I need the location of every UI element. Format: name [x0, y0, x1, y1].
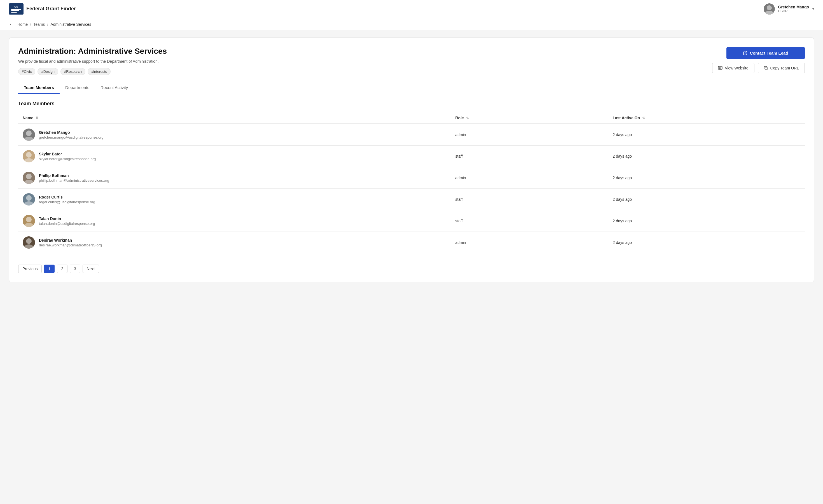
contact-team-lead-label: Contact Team Lead: [750, 51, 788, 55]
logo-stripes: [11, 9, 21, 13]
user-info: Gretchen Mango USDR: [778, 5, 809, 13]
user-name: Gretchen Mango: [778, 5, 809, 9]
member-info-5: Desirae Workman desirae.workman@climateo…: [23, 236, 447, 248]
team-title: Administration: Administrative Services: [18, 47, 712, 56]
app-name: Federal Grant Finder: [26, 6, 76, 12]
member-avatar-3: [23, 193, 35, 205]
member-email-0: gretchen.mango@usdigitalresponse.org: [39, 135, 104, 139]
logo-stripe-2: [11, 10, 19, 11]
col-role-header[interactable]: Role ⇅: [451, 112, 608, 124]
contact-team-lead-button[interactable]: Contact Team Lead: [726, 47, 805, 59]
logo-box: US: [9, 3, 23, 15]
member-role-5: admin: [456, 240, 466, 245]
copy-team-url-label: Copy Team URL: [770, 66, 799, 70]
member-role-cell-5: admin: [451, 232, 608, 254]
table-row: Gretchen Mango gretchen.mango@usdigitalr…: [18, 124, 805, 146]
member-info-0: Gretchen Mango gretchen.mango@usdigitalr…: [23, 129, 447, 141]
secondary-actions: View Website Copy Team URL: [712, 63, 805, 73]
team-description: We provide fiscal and administrative sup…: [18, 59, 712, 63]
member-last-active-1: 2 days ago: [613, 154, 632, 158]
member-avatar-4: [23, 215, 35, 227]
member-email-2: phillip.bothman@administrativeservices.o…: [39, 178, 109, 183]
member-details-2: Phillip Bothman phillip.bothman@administ…: [39, 173, 109, 183]
member-name-text-2: Phillip Bothman: [39, 173, 109, 178]
member-last-active-cell-1: 2 days ago: [608, 146, 805, 167]
tag-design: #Design: [37, 68, 58, 75]
member-role-cell-0: admin: [451, 124, 608, 146]
member-email-3: roger.curtis@usdigitalresponse.org: [39, 200, 95, 204]
external-link-icon: [743, 51, 748, 55]
avatar: [764, 3, 775, 15]
table-header-row: Name ⇅ Role ⇅ Last Active On ⇅: [18, 112, 805, 124]
logo: US Federal Grant Finder: [9, 3, 76, 15]
pagination-page-2[interactable]: 2: [57, 265, 67, 273]
tag-interests: #interests: [88, 68, 111, 75]
member-details-1: Skylar Bator skylar.bator@usdigitalrespo…: [39, 152, 96, 161]
pagination-page-1[interactable]: 1: [44, 265, 54, 273]
member-name-cell-1: Skylar Bator skylar.bator@usdigitalrespo…: [18, 146, 451, 167]
member-name-text-4: Talan Donin: [39, 216, 95, 221]
tag-research: #Research: [60, 68, 86, 75]
svg-point-6: [24, 137, 34, 141]
svg-point-1: [765, 11, 774, 15]
header-left: US Federal Grant Finder: [9, 3, 76, 15]
table-head: Name ⇅ Role ⇅ Last Active On ⇅: [18, 112, 805, 124]
sort-icon-name: ⇅: [35, 116, 38, 120]
member-name-text-5: Desirae Workman: [39, 238, 102, 242]
member-name-cell-4: Talan Donin talan.donin@usdigitalrespons…: [18, 210, 451, 232]
member-info-3: Roger Curtis roger.curtis@usdigitalrespo…: [23, 193, 447, 205]
sort-icon-last-active: ⇅: [642, 116, 645, 120]
member-name-text-0: Gretchen Mango: [39, 130, 104, 135]
breadcrumb: ← Home / Teams / Administrative Services: [0, 18, 823, 31]
svg-point-12: [24, 201, 34, 205]
pagination-next-button[interactable]: Next: [83, 265, 99, 273]
pagination-prev-button[interactable]: Previous: [18, 265, 42, 273]
copy-team-url-button[interactable]: Copy Team URL: [758, 63, 805, 73]
avatar-svg-1: [23, 150, 35, 162]
avatar-svg-5: [23, 236, 35, 248]
member-role-4: staff: [456, 219, 463, 223]
svg-point-8: [24, 158, 34, 162]
tabs: Team Members Departments Recent Activity: [18, 82, 805, 94]
member-role-cell-2: admin: [451, 167, 608, 189]
svg-point-11: [26, 195, 32, 201]
svg-point-5: [26, 131, 32, 136]
chevron-down-icon[interactable]: ▾: [812, 7, 814, 11]
member-last-active-4: 2 days ago: [613, 219, 632, 223]
member-info-4: Talan Donin talan.donin@usdigitalrespons…: [23, 215, 447, 227]
member-avatar-0: [23, 129, 35, 141]
member-name-text-1: Skylar Bator: [39, 152, 96, 156]
member-last-active-cell-5: 2 days ago: [608, 232, 805, 254]
breadcrumb-home[interactable]: Home: [17, 22, 28, 27]
pagination-page-3[interactable]: 3: [70, 265, 80, 273]
breadcrumb-sep-1: /: [30, 22, 31, 27]
breadcrumb-sep-2: /: [47, 22, 48, 27]
member-last-active-0: 2 days ago: [613, 133, 632, 137]
tag-civic: #Civic: [18, 68, 35, 75]
member-role-cell-3: staff: [451, 189, 608, 210]
website-icon: [718, 66, 722, 70]
svg-point-0: [767, 5, 772, 10]
member-role-2: admin: [456, 176, 466, 180]
col-last-active-header[interactable]: Last Active On ⇅: [608, 112, 805, 124]
tab-team-members[interactable]: Team Members: [18, 82, 60, 94]
sort-icon-role: ⇅: [466, 116, 469, 120]
member-name-cell-3: Roger Curtis roger.curtis@usdigitalrespo…: [18, 189, 451, 210]
table-body: Gretchen Mango gretchen.mango@usdigitalr…: [18, 124, 805, 253]
view-website-button[interactable]: View Website: [712, 63, 754, 73]
col-name-header[interactable]: Name ⇅: [18, 112, 451, 124]
tab-recent-activity[interactable]: Recent Activity: [95, 82, 134, 94]
member-avatar-5: [23, 236, 35, 248]
member-info-2: Phillip Bothman phillip.bothman@administ…: [23, 172, 447, 184]
members-table: Name ⇅ Role ⇅ Last Active On ⇅: [18, 112, 805, 253]
breadcrumb-back-button[interactable]: ←: [9, 21, 14, 27]
tab-departments[interactable]: Departments: [60, 82, 95, 94]
view-website-label: View Website: [725, 66, 748, 70]
member-name-cell-5: Desirae Workman desirae.workman@climateo…: [18, 232, 451, 254]
svg-point-9: [26, 174, 32, 179]
avatar-svg-2: [23, 172, 35, 184]
avatar-svg-0: [23, 129, 35, 141]
user-org: USDR: [778, 9, 809, 13]
breadcrumb-teams[interactable]: Teams: [33, 22, 45, 27]
breadcrumb-current: Administrative Services: [50, 22, 91, 27]
